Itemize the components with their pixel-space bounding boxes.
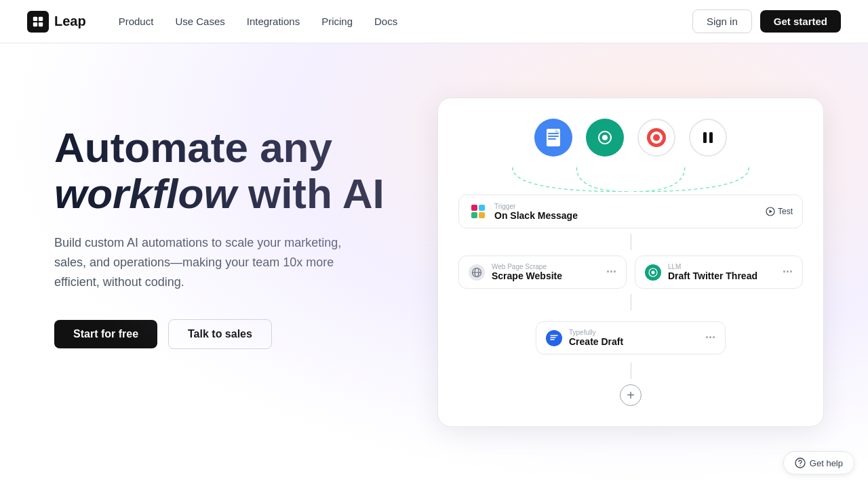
trigger-text: Trigger On Slack Message xyxy=(494,203,578,221)
hero-subtext: Build custom AI automations to scale you… xyxy=(54,233,366,291)
hero-ctas: Start for free Talk to sales xyxy=(54,319,420,349)
openai-icon xyxy=(586,119,624,157)
hero-headline: Automate any workflow with AI xyxy=(54,125,420,217)
svg-marker-12 xyxy=(769,210,772,214)
scrape-node: Web Page Scrape Scrape Website ··· xyxy=(458,256,627,289)
scrape-label: Web Page Scrape xyxy=(492,263,562,270)
llm-title: Draft Twitter Thread xyxy=(668,270,757,281)
two-col-nodes: Web Page Scrape Scrape Website ··· LLM xyxy=(458,256,803,289)
llm-label: LLM xyxy=(668,263,757,270)
svg-point-19 xyxy=(800,465,800,466)
svg-rect-3 xyxy=(39,22,43,26)
pause-icon xyxy=(689,119,727,157)
nav-use-cases[interactable]: Use Cases xyxy=(167,12,233,31)
add-node-button[interactable]: + xyxy=(620,384,642,406)
talk-sales-button[interactable]: Talk to sales xyxy=(168,319,272,349)
start-free-button[interactable]: Start for free xyxy=(54,320,157,348)
trigger-test[interactable]: Test xyxy=(766,207,793,216)
typefully-node: Typefully Create Draft ··· xyxy=(536,321,726,354)
typefully-text: Typefully Create Draft xyxy=(569,329,623,347)
connector-lines xyxy=(458,167,803,192)
nav-docs[interactable]: Docs xyxy=(366,12,406,31)
get-help-button[interactable]: Get help xyxy=(783,451,854,474)
hero-left: Automate any workflow with AI Build cust… xyxy=(54,84,420,349)
svg-rect-1 xyxy=(39,16,43,20)
logo-icon xyxy=(27,11,49,33)
connector-line-3 xyxy=(631,363,631,379)
typefully-label: Typefully xyxy=(569,329,623,336)
nav-links: Product Use Cases Integrations Pricing D… xyxy=(111,12,406,31)
workflow-card: Trigger On Slack Message Test xyxy=(437,98,824,427)
google-docs-icon xyxy=(534,119,572,157)
scrape-text: Web Page Scrape Scrape Website xyxy=(492,263,562,281)
svg-rect-0 xyxy=(33,16,37,20)
llm-text: LLM Draft Twitter Thread xyxy=(668,263,757,281)
llm-node: LLM Draft Twitter Thread ··· xyxy=(635,256,803,289)
top-icons-row xyxy=(458,119,803,157)
navbar: Leap Product Use Cases Integrations Pric… xyxy=(0,0,868,43)
getstarted-button[interactable]: Get started xyxy=(760,10,841,33)
llm-more-button[interactable]: ··· xyxy=(783,265,793,279)
hero-section: Automate any workflow with AI Build cust… xyxy=(0,43,868,488)
navbar-right: Sign in Get started xyxy=(692,9,841,33)
globe-node-icon xyxy=(469,264,485,281)
get-help-label: Get help xyxy=(810,458,843,468)
scrape-more-button[interactable]: ··· xyxy=(606,265,616,279)
red-circle-icon xyxy=(637,119,675,157)
svg-point-8 xyxy=(653,134,660,141)
connector-line-2 xyxy=(631,294,631,310)
typefully-node-icon xyxy=(546,330,562,346)
trigger-title: On Slack Message xyxy=(494,210,578,221)
trigger-label: Trigger xyxy=(494,203,578,210)
hero-right: Trigger On Slack Message Test xyxy=(420,84,841,427)
connector-line-1 xyxy=(631,234,631,250)
svg-rect-10 xyxy=(709,132,713,143)
nav-pricing[interactable]: Pricing xyxy=(313,12,361,31)
openai-node-icon xyxy=(645,264,661,281)
navbar-left: Leap Product Use Cases Integrations Pric… xyxy=(27,11,406,33)
typefully-title: Create Draft xyxy=(569,336,623,347)
typefully-more-button[interactable]: ··· xyxy=(705,331,715,345)
svg-point-17 xyxy=(652,270,655,274)
trigger-node: Trigger On Slack Message Test xyxy=(458,195,803,228)
svg-rect-9 xyxy=(703,132,707,143)
scrape-title: Scrape Website xyxy=(492,270,562,281)
nav-integrations[interactable]: Integrations xyxy=(239,12,308,31)
slack-node-icon xyxy=(469,202,488,221)
svg-point-5 xyxy=(602,135,608,140)
slack-color-icon xyxy=(471,205,485,218)
svg-rect-2 xyxy=(33,22,37,26)
logo-text: Leap xyxy=(54,14,86,29)
nav-product[interactable]: Product xyxy=(111,12,162,31)
trigger-row: Trigger On Slack Message Test xyxy=(458,195,803,228)
logo[interactable]: Leap xyxy=(27,11,86,33)
signin-button[interactable]: Sign in xyxy=(692,9,752,33)
